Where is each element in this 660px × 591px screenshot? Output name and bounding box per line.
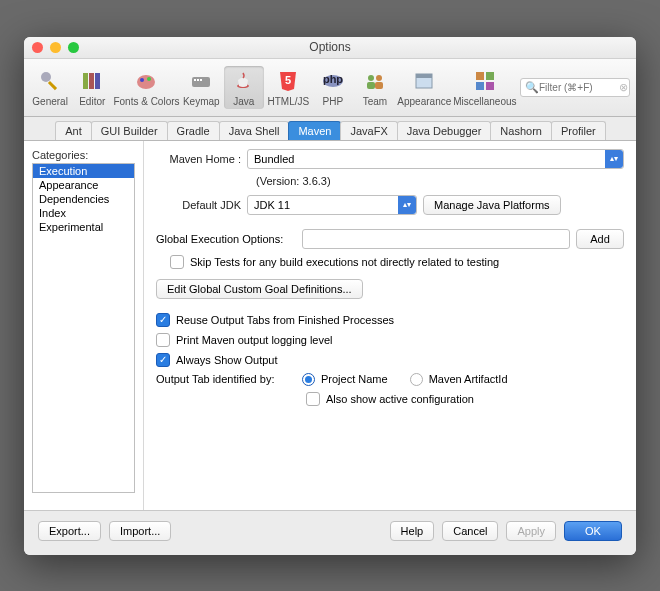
dialog-footer: Export... Import... Help Cancel Apply OK: [24, 511, 636, 555]
radio-project-name[interactable]: [302, 373, 315, 386]
tab-gradle[interactable]: Gradle: [167, 121, 220, 140]
global-exec-input[interactable]: [302, 229, 570, 249]
also-show-config-checkbox[interactable]: [306, 392, 320, 406]
svg-rect-18: [367, 82, 375, 89]
toolbar-editor[interactable]: Editor: [72, 66, 112, 109]
print-logging-label: Print Maven output logging level: [176, 334, 333, 346]
import-button[interactable]: Import...: [109, 521, 171, 541]
tab-ant[interactable]: Ant: [55, 121, 92, 140]
books-icon: [79, 68, 105, 94]
svg-rect-11: [200, 79, 202, 81]
palette-icon: [133, 68, 159, 94]
svg-rect-22: [476, 72, 484, 80]
categories-sidebar: Categories: Execution Appearance Depende…: [24, 141, 144, 510]
default-jdk-label: Default JDK: [156, 199, 241, 211]
svg-rect-10: [197, 79, 199, 81]
maven-version-text: (Version: 3.6.3): [256, 175, 624, 187]
chevron-updown-icon: ▴▾: [398, 196, 416, 214]
reuse-output-label: Reuse Output Tabs from Finished Processe…: [176, 314, 394, 326]
main-panel: Maven Home : Bundled ▴▾ (Version: 3.6.3)…: [144, 141, 636, 510]
category-execution[interactable]: Execution: [33, 164, 134, 178]
search-icon: 🔍: [525, 81, 539, 94]
svg-rect-19: [375, 82, 383, 89]
toolbar-miscellaneous[interactable]: Miscellaneous: [454, 66, 516, 109]
php-icon: php: [320, 68, 346, 94]
html5-icon: 5: [275, 68, 301, 94]
output-tab-label: Output Tab identified by:: [156, 373, 296, 385]
toolbar-general[interactable]: General: [30, 66, 70, 109]
java-subtabs: Ant GUI Builder Gradle Java Shell Maven …: [24, 117, 636, 141]
category-index[interactable]: Index: [33, 206, 134, 220]
tab-nashorn[interactable]: Nashorn: [490, 121, 552, 140]
minimize-icon[interactable]: [50, 42, 61, 53]
svg-rect-21: [416, 74, 432, 78]
maven-home-select[interactable]: Bundled ▴▾: [247, 149, 624, 169]
titlebar: Options: [24, 37, 636, 59]
categories-list[interactable]: Execution Appearance Dependencies Index …: [32, 163, 135, 493]
export-button[interactable]: Export...: [38, 521, 101, 541]
svg-point-7: [147, 77, 151, 81]
window-title: Options: [24, 40, 636, 54]
window-icon: [411, 68, 437, 94]
filter-search[interactable]: 🔍 ⊗: [520, 78, 630, 97]
always-show-label: Always Show Output: [176, 354, 278, 366]
apply-button[interactable]: Apply: [506, 521, 556, 541]
category-dependencies[interactable]: Dependencies: [33, 192, 134, 206]
tab-java-shell[interactable]: Java Shell: [219, 121, 290, 140]
keyboard-icon: [188, 68, 214, 94]
close-icon[interactable]: [32, 42, 43, 53]
chevron-updown-icon: ▴▾: [605, 150, 623, 168]
svg-rect-23: [486, 72, 494, 80]
clear-icon[interactable]: ⊗: [619, 81, 628, 94]
category-experimental[interactable]: Experimental: [33, 220, 134, 234]
tab-profiler[interactable]: Profiler: [551, 121, 606, 140]
cancel-button[interactable]: Cancel: [442, 521, 498, 541]
options-window: Options General Editor Fonts & Colors Ke…: [24, 37, 636, 555]
maven-home-label: Maven Home :: [156, 153, 241, 165]
svg-rect-3: [89, 73, 94, 89]
ok-button[interactable]: OK: [564, 521, 622, 541]
add-button[interactable]: Add: [576, 229, 624, 249]
global-exec-label: Global Execution Options:: [156, 233, 296, 245]
tab-java-debugger[interactable]: Java Debugger: [397, 121, 492, 140]
tab-gui-builder[interactable]: GUI Builder: [91, 121, 168, 140]
category-appearance[interactable]: Appearance: [33, 178, 134, 192]
toolbar-java[interactable]: Java: [224, 66, 264, 109]
toolbar-appearance[interactable]: Appearance: [397, 66, 452, 109]
always-show-checkbox[interactable]: ✓: [156, 353, 170, 367]
svg-text:php: php: [323, 73, 343, 85]
svg-point-17: [376, 75, 382, 81]
toolbar-html-js[interactable]: 5 HTML/JS: [266, 66, 311, 109]
svg-point-6: [140, 78, 144, 82]
radio-artifact-id[interactable]: [410, 373, 423, 386]
edit-global-goals-button[interactable]: Edit Global Custom Goal Definitions...: [156, 279, 363, 299]
java-cup-icon: [231, 68, 257, 94]
reuse-output-checkbox[interactable]: ✓: [156, 313, 170, 327]
tab-javafx[interactable]: JavaFX: [340, 121, 397, 140]
team-icon: [362, 68, 388, 94]
also-show-config-label: Also show active configuration: [326, 393, 474, 405]
gear-wrench-icon: [37, 68, 63, 94]
svg-rect-24: [476, 82, 484, 90]
misc-icon: [472, 68, 498, 94]
print-logging-checkbox[interactable]: [156, 333, 170, 347]
help-button[interactable]: Help: [390, 521, 435, 541]
toolbar-team[interactable]: Team: [355, 66, 395, 109]
svg-rect-4: [95, 73, 100, 89]
toolbar-php[interactable]: php PHP: [313, 66, 353, 109]
manage-platforms-button[interactable]: Manage Java Platforms: [423, 195, 561, 215]
skip-tests-checkbox[interactable]: [170, 255, 184, 269]
tab-maven[interactable]: Maven: [288, 121, 341, 140]
filter-input[interactable]: [539, 82, 619, 93]
zoom-icon[interactable]: [68, 42, 79, 53]
svg-text:5: 5: [285, 74, 291, 86]
toolbar-keymap[interactable]: Keymap: [181, 66, 222, 109]
toolbar: General Editor Fonts & Colors Keymap Jav…: [24, 59, 636, 117]
skip-tests-label: Skip Tests for any build executions not …: [190, 256, 499, 268]
toolbar-fonts-colors[interactable]: Fonts & Colors: [114, 66, 178, 109]
categories-header: Categories:: [32, 149, 143, 161]
svg-rect-1: [48, 81, 57, 90]
svg-point-16: [368, 75, 374, 81]
svg-rect-8: [192, 77, 210, 87]
default-jdk-select[interactable]: JDK 11 ▴▾: [247, 195, 417, 215]
